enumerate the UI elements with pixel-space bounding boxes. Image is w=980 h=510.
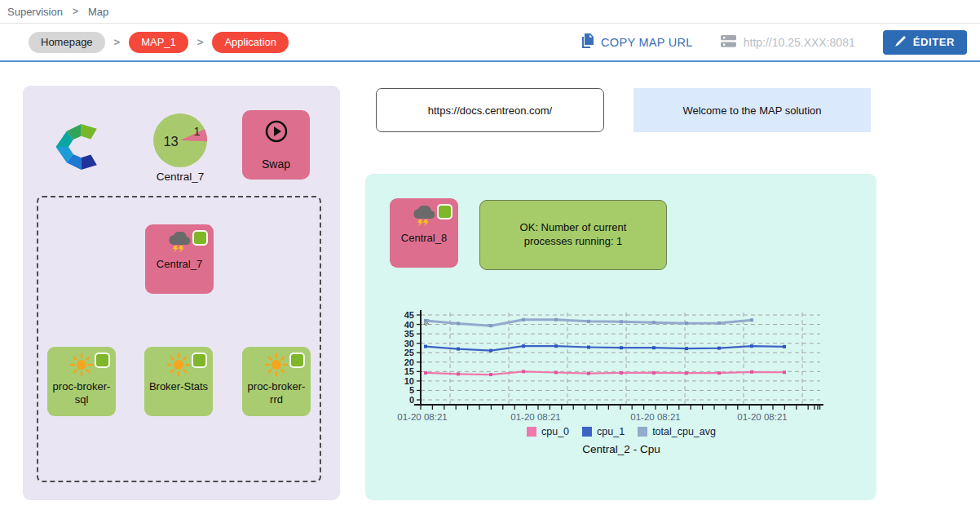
map-canvas-right-panel: Central_8 OK: Number of current processe… (365, 174, 876, 500)
pie-widget-label: Central_7 (157, 171, 205, 183)
node-label: Central_7 (153, 258, 205, 271)
svg-text:0: 0 (409, 395, 414, 405)
pie-ok-count: 13 (163, 134, 178, 149)
centreon-logo-icon (52, 117, 113, 177)
sun-icon (166, 353, 191, 377)
chevron-right-icon: > (73, 6, 78, 17)
svg-text:01-20 08:21: 01-20 08:21 (630, 412, 680, 422)
node-label: proc-broker-rrd (242, 380, 311, 407)
svg-text:10: 10 (404, 376, 414, 386)
svg-text:40: 40 (404, 320, 414, 330)
edit-button[interactable]: ÉDITER (883, 30, 967, 55)
edit-button-label: ÉDITER (913, 36, 955, 48)
legend-item: cpu_0 (527, 426, 569, 437)
breadcrumb-page[interactable]: Map (88, 6, 108, 18)
service-node-proc-broker-sql[interactable]: proc-broker-sql (47, 347, 116, 416)
legend-label: cpu_1 (597, 426, 625, 437)
svg-text:5: 5 (409, 385, 414, 395)
play-icon (263, 118, 289, 148)
legend-swatch-total-cpu-avg (638, 427, 647, 437)
chart-title: Central_2 - Cpu (393, 443, 850, 455)
service-node-broker-stats[interactable]: Broker-Stats (144, 347, 213, 416)
chart-legend: cpu_0 cpu_1 total_cpu_avg (393, 426, 850, 437)
svg-text:35: 35 (404, 329, 414, 339)
copy-map-url-label: COPY MAP URL (601, 36, 693, 49)
sun-icon (264, 353, 289, 377)
copy-icon (580, 33, 594, 51)
welcome-text-widget: Welcome to the MAP solution (633, 88, 871, 132)
swap-widget-label: Swap (262, 157, 290, 171)
storm-cloud-icon (411, 204, 437, 228)
map-path-breadcrumb: Homepage > MAP_1 > Application (29, 32, 289, 53)
map-canvas-left-panel: 13 1 Central_7 Swap Central_7 proc-broke… (23, 86, 340, 500)
svg-text:30: 30 (404, 339, 414, 348)
svg-text:20: 20 (404, 357, 414, 367)
status-pie-icon: 13 1 (152, 113, 208, 168)
legend-label: cpu_0 (541, 426, 569, 437)
chip-application[interactable]: Application (212, 32, 289, 53)
host-node-central-8[interactable]: Central_8 (390, 198, 458, 268)
legend-label: total_cpu_avg (652, 426, 716, 437)
legend-item: cpu_1 (582, 426, 625, 437)
svg-text:01-20 08:21: 01-20 08:21 (397, 412, 447, 422)
map-toolbar: Homepage > MAP_1 > Application COPY MAP … (0, 23, 980, 62)
status-badge (289, 353, 305, 368)
node-label: Broker-Stats (146, 380, 211, 393)
copy-map-url-button[interactable]: COPY MAP URL (580, 33, 693, 51)
status-badge (95, 353, 110, 368)
svg-text:15: 15 (404, 366, 414, 376)
status-badge (192, 353, 207, 368)
toolbar-actions: COPY MAP URL http://10.25.XXX:8081 ÉDITE… (580, 30, 967, 55)
sun-icon (69, 353, 94, 377)
status-badge (437, 204, 452, 220)
pencil-icon (895, 36, 906, 49)
legend-swatch-cpu-0 (527, 427, 536, 437)
storm-cloud-icon (166, 230, 192, 255)
breadcrumb-section[interactable]: Supervision (7, 6, 63, 18)
server-url: http://10.25.XXX:8081 (721, 35, 855, 50)
svg-text:25: 25 (404, 348, 414, 357)
cpu-chart-svg: 051015202530354045%01-20 08:2101-20 08:2… (393, 311, 846, 424)
node-label: proc-broker-sql (47, 380, 116, 407)
node-label: Central_8 (398, 232, 450, 245)
host-node-central-7[interactable]: Central_7 (145, 224, 214, 294)
legend-item: total_cpu_avg (638, 426, 716, 437)
svg-text:01-20 08:21: 01-20 08:21 (737, 412, 787, 422)
server-icon (721, 35, 736, 50)
docs-link-widget[interactable]: https://docs.centreon.com/ (376, 88, 604, 132)
chevron-right-icon: > (197, 36, 204, 48)
pie-chart-widget-central-7[interactable]: 13 1 Central_7 (135, 113, 225, 183)
status-badge (192, 230, 208, 246)
status-text-widget: OK: Number of current processes running:… (479, 200, 667, 270)
cpu-chart-widget: 051015202530354045%01-20 08:2101-20 08:2… (393, 311, 850, 455)
service-node-proc-broker-rrd[interactable]: proc-broker-rrd (242, 347, 311, 416)
svg-text:01-20 08:21: 01-20 08:21 (510, 412, 560, 422)
top-breadcrumb-bar: Supervision > Map (0, 0, 980, 23)
chevron-right-icon: > (114, 36, 121, 48)
legend-swatch-cpu-1 (582, 427, 592, 437)
pie-critical-count: 1 (193, 125, 200, 138)
server-url-text: http://10.25.XXX:8081 (744, 36, 855, 49)
chip-map-1[interactable]: MAP_1 (129, 32, 188, 53)
chip-homepage[interactable]: Homepage (29, 32, 105, 53)
svg-text:45: 45 (404, 310, 414, 320)
swap-widget[interactable]: Swap (242, 110, 310, 180)
